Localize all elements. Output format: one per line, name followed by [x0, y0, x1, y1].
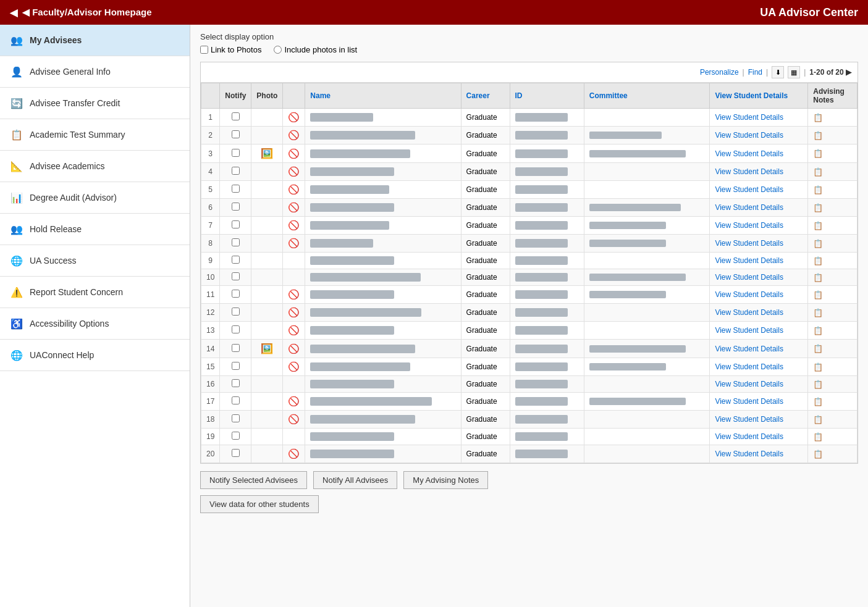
advising-notes-cell[interactable]: 📋	[808, 163, 857, 181]
advising-notes-cell[interactable]: 📋	[808, 411, 857, 429]
advising-notes-cell[interactable]: 📋	[808, 109, 857, 127]
advising-note-icon[interactable]: 📋	[813, 344, 823, 353]
notify-cell[interactable]	[220, 376, 251, 393]
notify-checkbox[interactable]	[232, 130, 240, 138]
notify-checkbox[interactable]	[232, 185, 240, 193]
sidebar-item-uaconnect-help[interactable]: 🌐 UAConnect Help	[0, 340, 190, 371]
notify-checkbox[interactable]	[232, 308, 240, 316]
name-link[interactable]: ████████████████	[310, 380, 394, 388]
notify-checkbox[interactable]	[232, 238, 240, 246]
advising-notes-cell[interactable]: 📋	[808, 217, 857, 235]
view-details-cell[interactable]: View Student Details	[710, 144, 808, 163]
name-link[interactable]: ████████████████████ s	[310, 308, 421, 317]
notify-checkbox[interactable]	[232, 325, 240, 333]
advising-notes-cell[interactable]: 📋	[808, 286, 857, 304]
view-details-cell[interactable]: View Student Details	[710, 340, 808, 358]
notify-cell[interactable]	[220, 286, 251, 304]
notify-checkbox[interactable]	[232, 414, 240, 422]
advising-note-icon[interactable]: 📋	[813, 380, 823, 389]
view-details-cell[interactable]: View Student Details	[710, 429, 808, 445]
notify-cell[interactable]	[220, 109, 251, 127]
view-details-cell[interactable]: View Student Details	[710, 253, 808, 269]
notify-selected-button[interactable]: Notify Selected Advisees	[200, 471, 307, 489]
advising-note-icon[interactable]: 📋	[813, 203, 823, 212]
name-link[interactable]: ███████████████	[310, 185, 389, 194]
advising-note-icon[interactable]: 📋	[813, 290, 823, 299]
advising-notes-cell[interactable]: 📋	[808, 253, 857, 269]
view-details-link[interactable]: View Student Details	[715, 113, 783, 122]
notify-checkbox[interactable]	[232, 149, 240, 157]
view-details-link[interactable]: View Student Details	[715, 167, 783, 176]
notify-checkbox[interactable]	[232, 379, 240, 387]
name-link[interactable]: ████████████████	[310, 432, 394, 441]
sidebar-item-advisee-academics[interactable]: 📐 Advisee Academics	[0, 151, 190, 182]
notify-checkbox[interactable]	[232, 112, 240, 120]
advising-notes-cell[interactable]: 📋	[808, 376, 857, 393]
notify-cell[interactable]	[220, 217, 251, 235]
notify-cell[interactable]	[220, 340, 251, 358]
view-details-link[interactable]: View Student Details	[715, 415, 783, 424]
notify-cell[interactable]	[220, 322, 251, 340]
notify-checkbox[interactable]	[232, 290, 240, 298]
notify-cell[interactable]	[220, 304, 251, 322]
advising-notes-cell[interactable]: 📋	[808, 358, 857, 376]
view-details-cell[interactable]: View Student Details	[710, 358, 808, 376]
advising-note-icon[interactable]: 📋	[813, 326, 823, 335]
notify-cell[interactable]	[220, 163, 251, 181]
view-data-button[interactable]: View data for other students	[200, 495, 319, 513]
view-details-link[interactable]: View Student Details	[715, 362, 783, 371]
notify-cell[interactable]	[220, 199, 251, 217]
notify-cell[interactable]	[220, 253, 251, 269]
name-link[interactable]: ██████████████████████ n	[310, 397, 432, 406]
notify-checkbox[interactable]	[232, 396, 240, 404]
include-photos-radio[interactable]	[274, 46, 282, 54]
view-details-link[interactable]: View Student Details	[715, 450, 783, 458]
sidebar-item-advisee-general-info[interactable]: 👤 Advisee General Info	[0, 56, 190, 88]
view-details-cell[interactable]: View Student Details	[710, 199, 808, 217]
notify-cell[interactable]	[220, 269, 251, 286]
advising-note-icon[interactable]: 📋	[813, 397, 823, 406]
advising-notes-cell[interactable]: 📋	[808, 199, 857, 217]
view-details-cell[interactable]: View Student Details	[710, 217, 808, 235]
notify-cell[interactable]	[220, 445, 251, 463]
view-details-cell[interactable]: View Student Details	[710, 181, 808, 199]
advising-note-icon[interactable]: 📋	[813, 415, 823, 424]
grid-icon[interactable]: ▦	[788, 66, 800, 78]
view-details-cell[interactable]: View Student Details	[710, 376, 808, 393]
name-link[interactable]: ███████████████████	[310, 362, 410, 371]
notify-cell[interactable]	[220, 358, 251, 376]
notify-cell[interactable]	[220, 411, 251, 429]
name-link[interactable]: ████████████████	[310, 290, 394, 299]
view-details-cell[interactable]: View Student Details	[710, 304, 808, 322]
advising-notes-cell[interactable]: 📋	[808, 393, 857, 411]
notify-checkbox[interactable]	[232, 220, 240, 228]
col-name[interactable]: Name	[305, 83, 461, 109]
view-details-cell[interactable]: View Student Details	[710, 322, 808, 340]
advising-notes-cell[interactable]: 📋	[808, 235, 857, 253]
advising-note-icon[interactable]: 📋	[813, 149, 823, 158]
notify-cell[interactable]	[220, 393, 251, 411]
advising-note-icon[interactable]: 📋	[813, 432, 823, 442]
notify-all-button[interactable]: Notify All Advisees	[313, 471, 397, 489]
advising-notes-cell[interactable]: 📋	[808, 445, 857, 463]
name-link[interactable]: ████████████████████	[310, 131, 415, 140]
advising-notes-cell[interactable]: 📋	[808, 269, 857, 286]
view-details-link[interactable]: View Student Details	[715, 380, 783, 388]
notify-cell[interactable]	[220, 235, 251, 253]
col-id[interactable]: ID	[510, 83, 584, 109]
view-details-cell[interactable]: View Student Details	[710, 411, 808, 429]
advising-note-icon[interactable]: 📋	[813, 239, 823, 248]
advising-note-icon[interactable]: 📋	[813, 308, 823, 317]
advising-note-icon[interactable]: 📋	[813, 113, 823, 122]
name-link[interactable]: ████████████████	[310, 326, 394, 335]
back-arrow-icon[interactable]: ◀	[10, 7, 17, 19]
name-link[interactable]: ████████████████████ ll	[310, 273, 421, 282]
sidebar-item-ua-success[interactable]: 🌐 UA Success	[0, 245, 190, 277]
advising-note-icon[interactable]: 📋	[813, 256, 823, 266]
notify-checkbox[interactable]	[232, 167, 240, 175]
notify-cell[interactable]	[220, 429, 251, 445]
advising-note-icon[interactable]: 📋	[813, 273, 823, 282]
col-career[interactable]: Career	[461, 83, 510, 109]
view-details-cell[interactable]: View Student Details	[710, 269, 808, 286]
download-icon[interactable]: ⬇	[772, 66, 784, 78]
